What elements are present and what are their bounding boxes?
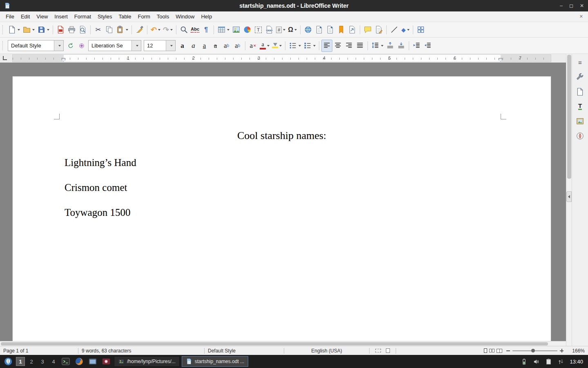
menu-view[interactable]: View xyxy=(33,12,51,21)
zoom-in-button[interactable] xyxy=(560,349,564,352)
taskbar-window-writer[interactable]: startship_names.odt ... xyxy=(182,356,248,367)
selection-mode-icon[interactable] xyxy=(375,349,381,352)
align-right-button[interactable] xyxy=(343,40,354,52)
print-button[interactable] xyxy=(66,24,77,36)
line-spacing-button[interactable] xyxy=(370,40,385,52)
document-line[interactable]: Toywagon 1500 xyxy=(65,207,130,218)
paragraph-style-combo[interactable]: Default Style xyxy=(8,40,64,51)
insert-bookmark-button[interactable] xyxy=(336,24,347,36)
italic-button[interactable]: a xyxy=(188,40,199,52)
applications-menu-button[interactable] xyxy=(2,356,14,367)
menu-help[interactable]: Help xyxy=(198,12,215,21)
horizontal-ruler[interactable]: 1 2 3 4 5 6 7 xyxy=(12,54,551,62)
insert-cross-reference-button[interactable] xyxy=(347,24,358,36)
save-button[interactable] xyxy=(36,24,51,36)
tab-stop-selector-icon[interactable] xyxy=(3,56,7,60)
font-name-dropdown-button[interactable] xyxy=(131,40,141,51)
workspace-4-button[interactable]: 4 xyxy=(49,357,58,366)
new-style-button[interactable] xyxy=(76,40,87,52)
menu-window[interactable]: Window xyxy=(172,12,198,21)
bold-button[interactable]: a xyxy=(177,40,188,52)
update-style-button[interactable] xyxy=(65,40,76,52)
clipboard-manager-icon[interactable] xyxy=(545,358,552,365)
sidebar-styles-button[interactable]: T xyxy=(574,101,586,112)
paragraph-style-dropdown-button[interactable] xyxy=(54,40,63,51)
open-button[interactable] xyxy=(21,24,36,36)
clone-formatting-button[interactable] xyxy=(134,24,145,36)
insert-footnote-button[interactable] xyxy=(314,24,325,36)
zoom-slider[interactable] xyxy=(512,350,557,351)
document-line[interactable]: Lightning’s Hand xyxy=(65,157,136,168)
sidebar-page-button[interactable] xyxy=(574,86,586,97)
insert-pagebreak-button[interactable] xyxy=(264,24,275,36)
document-line[interactable]: Crismon comet xyxy=(65,182,127,193)
minimize-button[interactable]: – xyxy=(560,3,563,9)
cut-button[interactable]: ✂ xyxy=(93,24,104,36)
document-page[interactable]: Cool starship names: Lightning’s Hand Cr… xyxy=(12,76,551,341)
insert-hyperlink-button[interactable] xyxy=(303,24,314,36)
vertical-scrollbar[interactable] xyxy=(566,54,572,346)
new-document-button[interactable] xyxy=(7,24,21,36)
insert-line-button[interactable] xyxy=(389,24,400,36)
sidebar-gallery-button[interactable] xyxy=(574,115,586,127)
clock[interactable]: 13:40 xyxy=(570,359,583,365)
paste-button[interactable] xyxy=(115,24,129,36)
find-replace-button[interactable] xyxy=(178,24,189,36)
menu-insert[interactable]: Insert xyxy=(51,12,71,21)
menu-edit[interactable]: Edit xyxy=(18,12,33,21)
page-style-status[interactable]: Default Style xyxy=(208,348,281,354)
taskbar-window-pictures[interactable]: /home/lynp/Pictures/... xyxy=(114,356,180,367)
zoom-out-button[interactable] xyxy=(506,350,510,351)
subscript-button[interactable]: ab xyxy=(232,40,243,52)
superscript-button[interactable]: ab xyxy=(221,40,232,52)
insert-textbox-button[interactable]: T xyxy=(253,24,264,36)
workspace-3-button[interactable]: 3 xyxy=(38,357,47,366)
strikethrough-button[interactable]: a xyxy=(210,40,221,52)
undo-button[interactable]: ↶ xyxy=(149,24,162,36)
close-button[interactable]: ✕ xyxy=(580,3,584,9)
battery-icon[interactable] xyxy=(521,358,528,365)
volume-icon[interactable] xyxy=(533,358,540,365)
spelling-button[interactable]: Abc xyxy=(189,24,200,36)
track-changes-button[interactable] xyxy=(373,24,384,36)
show-draw-functions-button[interactable] xyxy=(415,24,426,36)
toolbar-grip[interactable] xyxy=(2,25,4,34)
underline-button[interactable]: a xyxy=(199,40,210,52)
numbered-list-button[interactable] xyxy=(302,40,317,52)
redo-button[interactable]: ↷ xyxy=(162,24,174,36)
align-center-button[interactable] xyxy=(332,40,343,52)
file-manager-launcher[interactable] xyxy=(87,356,98,367)
increase-indent-button[interactable] xyxy=(411,40,422,52)
insert-image-button[interactable] xyxy=(231,24,242,36)
sidebar-properties-button[interactable] xyxy=(574,71,586,83)
formatting-marks-button[interactable]: ¶ xyxy=(200,24,212,36)
word-count-status[interactable]: 9 words, 63 characters xyxy=(82,348,201,354)
horizontal-scrollbar-thumb[interactable] xyxy=(1,342,548,346)
terminal-launcher[interactable] xyxy=(60,356,71,367)
clear-formatting-button[interactable]: a✕ xyxy=(247,40,258,52)
font-name-combo[interactable]: Liberation Se xyxy=(88,40,141,51)
screenshot-launcher[interactable] xyxy=(100,356,112,367)
sidebar-hide-handle[interactable] xyxy=(566,191,572,202)
insert-comment-button[interactable] xyxy=(362,24,373,36)
menu-table[interactable]: Table xyxy=(115,12,134,21)
workspace-1-button[interactable]: 1 xyxy=(16,357,25,366)
decrease-paragraph-spacing-button[interactable] xyxy=(396,40,407,52)
insert-chart-button[interactable] xyxy=(242,24,253,36)
bullet-list-button[interactable] xyxy=(287,40,302,52)
book-view-button[interactable] xyxy=(497,349,502,353)
align-left-button[interactable] xyxy=(321,40,332,52)
font-size-combo[interactable]: 12 xyxy=(144,40,176,51)
menu-tools[interactable]: Tools xyxy=(154,12,172,21)
zoom-level[interactable]: 166% xyxy=(567,348,585,354)
network-icon[interactable] xyxy=(557,358,564,365)
highlight-color-button[interactable] xyxy=(271,40,283,52)
menu-styles[interactable]: Styles xyxy=(94,12,115,21)
justify-button[interactable] xyxy=(354,40,365,52)
language-status[interactable]: English (USA) xyxy=(287,348,366,354)
title-bar[interactable]: startship_names.odt - LibreOffice Writer… xyxy=(0,0,588,11)
copy-button[interactable] xyxy=(104,24,115,36)
font-color-button[interactable]: a xyxy=(258,40,271,52)
sidebar-settings-button[interactable]: ≡ xyxy=(574,56,586,68)
page-count-status[interactable]: Page 1 of 1 xyxy=(3,348,75,354)
